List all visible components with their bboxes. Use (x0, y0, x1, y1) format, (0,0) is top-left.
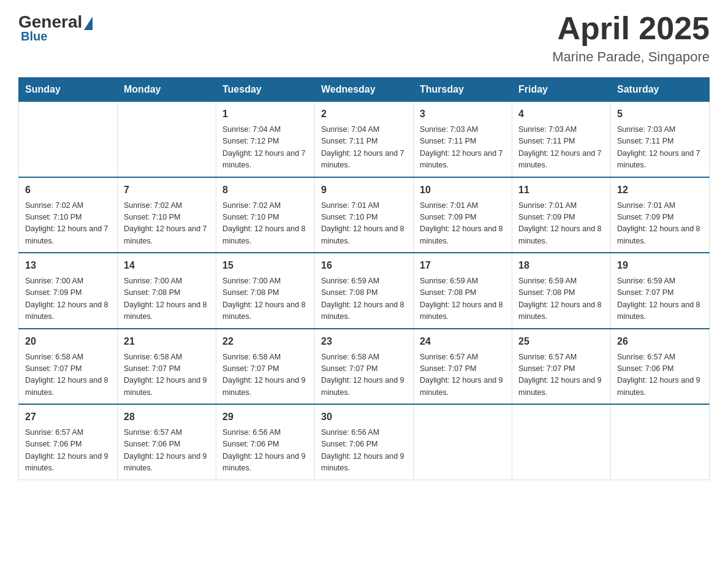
calendar-cell: 21Sunrise: 6:58 AM Sunset: 7:07 PM Dayli… (118, 329, 216, 405)
calendar-cell (611, 404, 710, 480)
title-section: April 2025 Marine Parade, Singapore (552, 12, 710, 65)
calendar-cell: 7Sunrise: 7:02 AM Sunset: 7:10 PM Daylig… (118, 177, 216, 253)
day-number: 22 (222, 334, 308, 349)
calendar-cell (512, 404, 611, 480)
day-number: 20 (25, 334, 111, 349)
calendar-week-row: 6Sunrise: 7:02 AM Sunset: 7:10 PM Daylig… (19, 177, 710, 253)
calendar-cell: 29Sunrise: 6:56 AM Sunset: 7:06 PM Dayli… (216, 404, 315, 480)
day-number: 12 (617, 183, 703, 197)
calendar-cell: 30Sunrise: 6:56 AM Sunset: 7:06 PM Dayli… (315, 404, 414, 480)
day-info: Sunrise: 7:01 AM Sunset: 7:09 PM Dayligh… (617, 200, 703, 248)
day-number: 24 (420, 334, 506, 349)
header-saturday: Saturday (611, 78, 710, 102)
calendar-cell: 26Sunrise: 6:57 AM Sunset: 7:06 PM Dayli… (611, 329, 710, 405)
day-info: Sunrise: 7:00 AM Sunset: 7:09 PM Dayligh… (25, 275, 111, 323)
day-number: 13 (25, 258, 111, 273)
calendar-cell: 9Sunrise: 7:01 AM Sunset: 7:10 PM Daylig… (315, 177, 414, 253)
day-number: 8 (222, 183, 308, 197)
day-info: Sunrise: 6:59 AM Sunset: 7:07 PM Dayligh… (617, 275, 703, 323)
logo: General Blue (18, 12, 94, 44)
calendar-cell: 22Sunrise: 6:58 AM Sunset: 7:07 PM Dayli… (216, 329, 315, 405)
header-tuesday: Tuesday (216, 78, 315, 102)
calendar-cell: 25Sunrise: 6:57 AM Sunset: 7:07 PM Dayli… (512, 329, 611, 405)
calendar-cell: 14Sunrise: 7:00 AM Sunset: 7:08 PM Dayli… (118, 253, 216, 329)
header-monday: Monday (118, 78, 216, 102)
day-number: 17 (420, 258, 506, 273)
day-info: Sunrise: 7:04 AM Sunset: 7:11 PM Dayligh… (321, 124, 407, 172)
day-info: Sunrise: 7:01 AM Sunset: 7:09 PM Dayligh… (420, 200, 506, 248)
calendar-cell: 18Sunrise: 6:59 AM Sunset: 7:08 PM Dayli… (512, 253, 611, 329)
day-info: Sunrise: 7:03 AM Sunset: 7:11 PM Dayligh… (617, 124, 703, 172)
day-number: 11 (518, 183, 604, 197)
header-thursday: Thursday (414, 78, 512, 102)
day-number: 28 (124, 410, 210, 424)
month-title: April 2025 (552, 12, 710, 44)
day-number: 2 (321, 107, 407, 121)
day-info: Sunrise: 6:58 AM Sunset: 7:07 PM Dayligh… (25, 351, 111, 399)
header-friday: Friday (512, 78, 611, 102)
day-number: 16 (321, 258, 407, 273)
day-info: Sunrise: 7:00 AM Sunset: 7:08 PM Dayligh… (222, 275, 308, 323)
day-number: 30 (321, 410, 407, 424)
day-info: Sunrise: 6:59 AM Sunset: 7:08 PM Dayligh… (420, 275, 506, 323)
day-info: Sunrise: 6:56 AM Sunset: 7:06 PM Dayligh… (222, 427, 308, 475)
day-info: Sunrise: 6:57 AM Sunset: 7:06 PM Dayligh… (124, 427, 210, 475)
calendar-cell (414, 404, 512, 480)
day-number: 19 (617, 258, 703, 273)
day-number: 9 (321, 183, 407, 197)
calendar-cell: 1Sunrise: 7:04 AM Sunset: 7:12 PM Daylig… (216, 102, 315, 177)
day-number: 1 (222, 107, 308, 121)
day-info: Sunrise: 7:03 AM Sunset: 7:11 PM Dayligh… (518, 124, 604, 172)
day-info: Sunrise: 7:04 AM Sunset: 7:12 PM Dayligh… (222, 124, 308, 172)
day-info: Sunrise: 6:59 AM Sunset: 7:08 PM Dayligh… (321, 275, 407, 323)
day-number: 25 (518, 334, 604, 349)
day-info: Sunrise: 6:56 AM Sunset: 7:06 PM Dayligh… (321, 427, 407, 475)
calendar-cell: 23Sunrise: 6:58 AM Sunset: 7:07 PM Dayli… (315, 329, 414, 405)
day-info: Sunrise: 7:03 AM Sunset: 7:11 PM Dayligh… (420, 124, 506, 172)
day-info: Sunrise: 6:57 AM Sunset: 7:06 PM Dayligh… (617, 351, 703, 399)
day-info: Sunrise: 6:58 AM Sunset: 7:07 PM Dayligh… (321, 351, 407, 399)
calendar-cell: 12Sunrise: 7:01 AM Sunset: 7:09 PM Dayli… (611, 177, 710, 253)
logo-triangle-icon (84, 17, 93, 30)
day-number: 26 (617, 334, 703, 349)
day-info: Sunrise: 6:59 AM Sunset: 7:08 PM Dayligh… (518, 275, 604, 323)
day-info: Sunrise: 7:01 AM Sunset: 7:10 PM Dayligh… (321, 200, 407, 248)
calendar-cell: 20Sunrise: 6:58 AM Sunset: 7:07 PM Dayli… (19, 329, 118, 405)
day-number: 5 (617, 107, 703, 121)
calendar-cell: 2Sunrise: 7:04 AM Sunset: 7:11 PM Daylig… (315, 102, 414, 177)
calendar-week-row: 1Sunrise: 7:04 AM Sunset: 7:12 PM Daylig… (19, 102, 710, 177)
day-number: 6 (25, 183, 111, 197)
day-number: 21 (124, 334, 210, 349)
calendar-cell: 11Sunrise: 7:01 AM Sunset: 7:09 PM Dayli… (512, 177, 611, 253)
calendar-cell: 3Sunrise: 7:03 AM Sunset: 7:11 PM Daylig… (414, 102, 512, 177)
calendar-cell: 5Sunrise: 7:03 AM Sunset: 7:11 PM Daylig… (611, 102, 710, 177)
calendar-cell: 8Sunrise: 7:02 AM Sunset: 7:10 PM Daylig… (216, 177, 315, 253)
day-number: 14 (124, 258, 210, 273)
calendar-cell: 13Sunrise: 7:00 AM Sunset: 7:09 PM Dayli… (19, 253, 118, 329)
day-number: 18 (518, 258, 604, 273)
calendar-cell: 24Sunrise: 6:57 AM Sunset: 7:07 PM Dayli… (414, 329, 512, 405)
calendar-cell: 16Sunrise: 6:59 AM Sunset: 7:08 PM Dayli… (315, 253, 414, 329)
logo-blue-text: Blue (21, 29, 47, 44)
calendar-cell: 19Sunrise: 6:59 AM Sunset: 7:07 PM Dayli… (611, 253, 710, 329)
day-info: Sunrise: 7:02 AM Sunset: 7:10 PM Dayligh… (25, 200, 111, 248)
day-info: Sunrise: 7:02 AM Sunset: 7:10 PM Dayligh… (222, 200, 308, 248)
location-subtitle: Marine Parade, Singapore (552, 49, 710, 65)
day-number: 29 (222, 410, 308, 424)
header-sunday: Sunday (19, 78, 118, 102)
calendar-cell (118, 102, 216, 177)
calendar-cell: 17Sunrise: 6:59 AM Sunset: 7:08 PM Dayli… (414, 253, 512, 329)
day-info: Sunrise: 7:01 AM Sunset: 7:09 PM Dayligh… (518, 200, 604, 248)
day-number: 3 (420, 107, 506, 121)
calendar-cell: 27Sunrise: 6:57 AM Sunset: 7:06 PM Dayli… (19, 404, 118, 480)
calendar-header-row: Sunday Monday Tuesday Wednesday Thursday… (19, 78, 710, 102)
day-number: 23 (321, 334, 407, 349)
calendar-week-row: 13Sunrise: 7:00 AM Sunset: 7:09 PM Dayli… (19, 253, 710, 329)
calendar-week-row: 20Sunrise: 6:58 AM Sunset: 7:07 PM Dayli… (19, 329, 710, 405)
calendar-week-row: 27Sunrise: 6:57 AM Sunset: 7:06 PM Dayli… (19, 404, 710, 480)
day-number: 4 (518, 107, 604, 121)
day-info: Sunrise: 6:57 AM Sunset: 7:07 PM Dayligh… (420, 351, 506, 399)
day-info: Sunrise: 7:00 AM Sunset: 7:08 PM Dayligh… (124, 275, 210, 323)
day-number: 27 (25, 410, 111, 424)
calendar-cell (19, 102, 118, 177)
